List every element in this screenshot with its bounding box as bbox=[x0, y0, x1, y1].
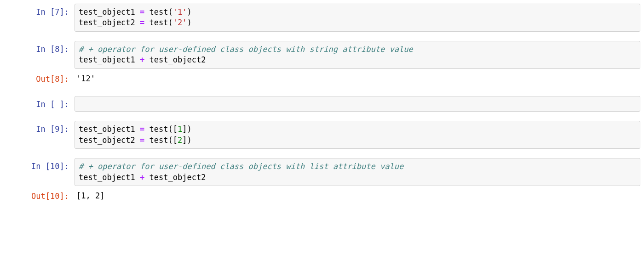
cell-in-9: In [9]: test_object1 = test([1]) test_ob… bbox=[0, 121, 644, 149]
code-line: test_object1 = test('1') bbox=[79, 7, 636, 17]
cell-content: '12' bbox=[75, 71, 640, 87]
token-operator: = bbox=[135, 124, 150, 134]
token-name: test_object2 bbox=[150, 55, 206, 64]
code-line: test_object1 + test_object2 bbox=[79, 172, 636, 183]
token-punc: ([ bbox=[168, 136, 178, 145]
token-func: test bbox=[150, 136, 168, 145]
code-line: test_object1 = test([1]) bbox=[79, 124, 636, 135]
token-name: test_object1 bbox=[79, 55, 135, 64]
cell-out-8: Out[8]: '12' bbox=[0, 71, 644, 87]
token-name: test_object2 bbox=[79, 136, 135, 145]
input-prompt: In [7]: bbox=[0, 4, 75, 32]
output-prompt: Out[10]: bbox=[0, 188, 75, 204]
cell-in-7: In [7]: test_object1 = test('1') test_ob… bbox=[0, 4, 644, 32]
token-name: test_object1 bbox=[79, 7, 135, 17]
cell-content bbox=[75, 96, 640, 112]
input-prompt: In [ ]: bbox=[0, 96, 75, 112]
token-name: test_object1 bbox=[79, 173, 135, 182]
token-name: test_object2 bbox=[150, 173, 206, 182]
input-prompt: In [8]: bbox=[0, 41, 75, 69]
token-func: test bbox=[150, 124, 168, 134]
token-func: test bbox=[150, 18, 168, 27]
token-operator: + bbox=[135, 55, 150, 64]
cell-out-10: Out[10]: [1, 2] bbox=[0, 188, 644, 204]
token-name: test_object1 bbox=[79, 124, 135, 134]
cell-content: # + operator for user-defined class obje… bbox=[75, 158, 640, 186]
token-operator: = bbox=[135, 18, 150, 27]
code-line: test_object1 + test_object2 bbox=[79, 55, 636, 65]
input-prompt: In [9]: bbox=[0, 121, 75, 149]
token-punc: ]) bbox=[182, 124, 191, 134]
cell-content: # + operator for user-defined class obje… bbox=[75, 41, 640, 69]
code-input[interactable]: test_object1 = test([1]) test_object2 = … bbox=[75, 121, 640, 149]
token-string: '1' bbox=[173, 7, 187, 17]
token-punc: ([ bbox=[168, 124, 178, 134]
cell-content: [1, 2] bbox=[75, 188, 640, 204]
cell-content: test_object1 = test([1]) test_object2 = … bbox=[75, 121, 640, 149]
code-line: # + operator for user-defined class obje… bbox=[79, 44, 636, 55]
output-prompt: Out[8]: bbox=[0, 71, 75, 87]
token-number: 2 bbox=[178, 136, 182, 145]
token-operator: + bbox=[135, 173, 150, 182]
cell-in-8: In [8]: # + operator for user-defined cl… bbox=[0, 41, 644, 69]
output-value: [1, 2] bbox=[76, 191, 104, 200]
code-input[interactable] bbox=[75, 96, 640, 112]
output-text: '12' bbox=[75, 71, 640, 87]
input-prompt: In [10]: bbox=[0, 158, 75, 186]
token-punc: ]) bbox=[182, 136, 191, 145]
token-punc: ( bbox=[168, 18, 173, 27]
token-punc: ( bbox=[168, 7, 173, 17]
token-punc: ) bbox=[187, 18, 191, 27]
code-line: # + operator for user-defined class obje… bbox=[79, 161, 636, 172]
token-punc: ) bbox=[187, 7, 191, 17]
cell-in-empty: In [ ]: bbox=[0, 96, 644, 112]
code-line: test_object2 = test([2]) bbox=[79, 135, 636, 146]
token-name: test_object2 bbox=[79, 18, 135, 27]
token-func: test bbox=[150, 7, 168, 17]
cell-content: test_object1 = test('1') test_object2 = … bbox=[75, 4, 640, 32]
code-input[interactable]: test_object1 = test('1') test_object2 = … bbox=[75, 4, 640, 32]
token-comment: # + operator for user-defined class obje… bbox=[79, 45, 413, 54]
token-string: '2' bbox=[173, 18, 187, 27]
output-text: [1, 2] bbox=[75, 188, 640, 204]
code-input[interactable]: # + operator for user-defined class obje… bbox=[75, 158, 640, 186]
token-number: 1 bbox=[178, 124, 182, 134]
cell-in-10: In [10]: # + operator for user-defined c… bbox=[0, 158, 644, 186]
output-value: '12' bbox=[76, 74, 95, 83]
code-input[interactable]: # + operator for user-defined class obje… bbox=[75, 41, 640, 69]
token-operator: = bbox=[135, 136, 150, 145]
token-operator: = bbox=[135, 7, 150, 17]
token-comment: # + operator for user-defined class obje… bbox=[79, 162, 403, 171]
code-line: test_object2 = test('2') bbox=[79, 17, 636, 28]
